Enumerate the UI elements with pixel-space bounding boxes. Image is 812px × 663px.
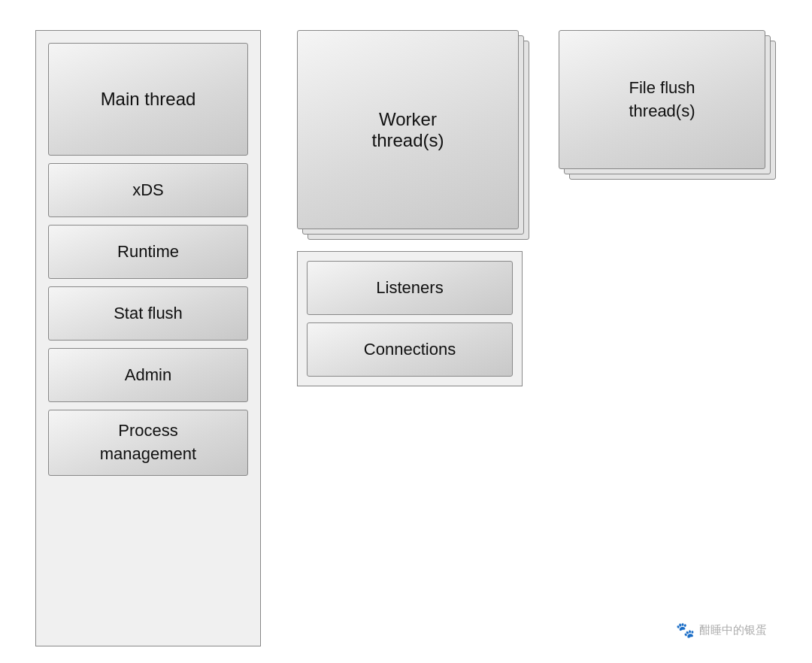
main-thread-label: Main thread (101, 89, 196, 110)
watermark-icon: 🐾 (676, 621, 695, 639)
worker-threads-front: Worker thread(s) (297, 30, 519, 229)
main-thread-box: Main thread (48, 43, 248, 156)
xds-label: xDS (132, 180, 164, 200)
connections-label: Connections (364, 340, 456, 359)
worker-column: Worker thread(s) Listeners Connections (297, 30, 523, 386)
worker-threads-stack: Worker thread(s) (297, 30, 523, 241)
watermark: 🐾 酣睡中的银蛋 (676, 621, 767, 639)
xds-box: xDS (48, 163, 248, 217)
file-flush-front: File flush thread(s) (559, 30, 765, 169)
listeners-label: Listeners (376, 278, 443, 298)
watermark-text: 酣睡中的银蛋 (699, 623, 767, 637)
worker-threads-label: Worker thread(s) (371, 109, 444, 151)
worker-inner-container: Listeners Connections (297, 251, 523, 386)
file-flush-column: File flush thread(s) (559, 30, 777, 180)
listeners-box: Listeners (307, 261, 513, 315)
diagram-wrapper: Main thread xDS Runtime Stat flush Admin… (0, 0, 812, 663)
stat-flush-label: Stat flush (114, 304, 183, 323)
connections-box: Connections (307, 322, 513, 377)
runtime-box: Runtime (48, 225, 248, 279)
runtime-label: Runtime (117, 242, 179, 262)
admin-box: Admin (48, 348, 248, 402)
process-management-box: Process management (48, 410, 248, 476)
file-flush-stack: File flush thread(s) (559, 30, 777, 180)
stat-flush-box: Stat flush (48, 286, 248, 341)
file-flush-label: File flush thread(s) (629, 77, 695, 123)
admin-label: Admin (125, 365, 171, 385)
process-management-label: Process management (100, 419, 196, 466)
main-thread-container: Main thread xDS Runtime Stat flush Admin… (35, 30, 261, 646)
